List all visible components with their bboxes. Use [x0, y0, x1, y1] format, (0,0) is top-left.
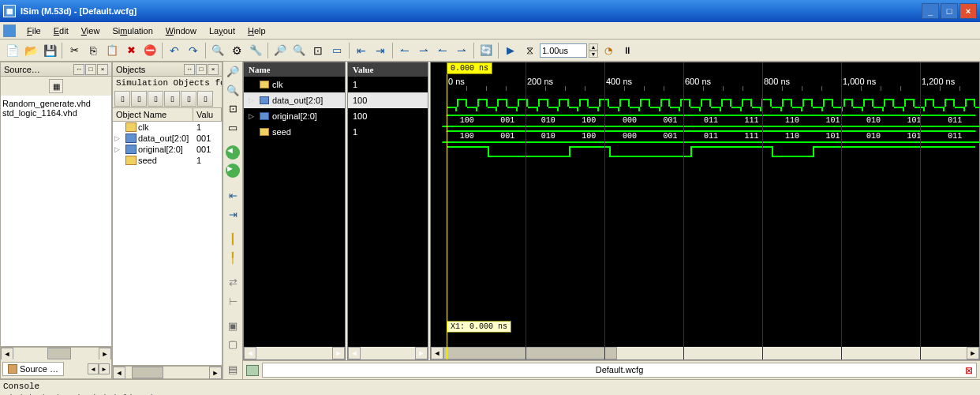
object-row[interactable]: ▷ original[2:0] 001 [113, 144, 222, 155]
signal-value-row[interactable]: 100 [348, 92, 428, 108]
val-scroll-track[interactable] [361, 347, 415, 359]
side-cursor-swap[interactable]: ⇄ [224, 274, 241, 292]
scroll-right[interactable]: ► [332, 347, 345, 359]
save-button[interactable] [41, 42, 58, 59]
spinner-down[interactable]: ▼ [589, 51, 598, 58]
close-button[interactable]: × [959, 3, 977, 19]
signal-value-row[interactable]: 100 [348, 108, 428, 124]
obj-tb-6[interactable]: ▯ [197, 91, 213, 107]
tools-button[interactable] [247, 42, 264, 59]
waveform-row-seed[interactable] [431, 145, 979, 160]
waveform-row-original[interactable]: 100001010100000001011111110101010101011 [431, 129, 979, 145]
time-ruler[interactable]: 0 ns200 ns400 ns600 ns800 ns1,000 ns1,20… [431, 77, 979, 97]
goto-start-button[interactable] [353, 42, 370, 59]
scrollbar-thumb[interactable] [47, 348, 71, 359]
doc-tab[interactable]: Default.wcfg ⊠ [262, 363, 977, 378]
wave-scroll-thumb[interactable] [443, 347, 617, 359]
object-row[interactable]: clk 1 [113, 122, 222, 133]
signal-name-row[interactable]: seed [244, 124, 345, 140]
tab-nav-left[interactable]: ◄ [88, 363, 99, 374]
scrollbar-track[interactable] [125, 367, 209, 378]
side-zoom-out[interactable]: 🔍 [224, 82, 241, 100]
step-button[interactable] [600, 42, 617, 59]
obj-tb-4[interactable]: ▯ [164, 91, 180, 107]
obj-tb-3[interactable]: ▯ [148, 91, 163, 107]
side-marker-del[interactable]: ╿ [224, 249, 241, 266]
scroll-right-button[interactable]: ► [99, 348, 111, 360]
wave-scroll-left[interactable]: ◄ [431, 347, 443, 359]
side-prev-edge[interactable]: ⇤ [224, 187, 241, 205]
copy-button[interactable] [84, 42, 102, 59]
cut-button[interactable] [65, 42, 83, 59]
side-goto-left[interactable]: ◄ [224, 144, 241, 161]
menu-edit[interactable]: Edit [47, 24, 75, 37]
next-edge-button[interactable] [453, 42, 470, 59]
signal-value-row[interactable]: 1 [348, 124, 428, 140]
scroll-left[interactable]: ◄ [244, 347, 256, 359]
doc-tab-close[interactable]: ⊠ [965, 365, 973, 376]
scroll-left-button[interactable]: ◄ [113, 367, 125, 379]
zoom-fit-button[interactable] [309, 42, 327, 59]
undo-button[interactable] [166, 42, 183, 59]
delete-button[interactable] [122, 42, 140, 59]
obj-col-value[interactable]: Valu [193, 108, 222, 121]
goto-end-button[interactable] [372, 42, 389, 59]
wave-scroll-right[interactable]: ► [967, 347, 979, 359]
paste-button[interactable] [103, 42, 121, 59]
obj-tb-5[interactable]: ▯ [181, 91, 196, 107]
run-button[interactable] [502, 42, 519, 59]
zoom-sel-button[interactable] [328, 42, 346, 59]
scrollbar-track[interactable] [13, 348, 99, 359]
side-next-edge[interactable]: ⇥ [224, 205, 241, 223]
refresh-button[interactable] [477, 42, 495, 59]
stop-button[interactable] [141, 42, 159, 59]
source-toolbar-button[interactable]: ▦ [49, 79, 63, 93]
open-button[interactable] [22, 42, 39, 59]
obj-col-name[interactable]: Object Name [113, 108, 193, 121]
menu-help[interactable]: Help [241, 24, 272, 37]
time-marker[interactable]: 0.000 ns [447, 62, 492, 74]
side-zoom-fit[interactable]: ⊡ [224, 100, 241, 118]
menu-layout[interactable]: Layout [203, 24, 241, 37]
source-file-item[interactable]: Random_generate.vhd [2, 99, 110, 108]
panel-maximize-button[interactable]: □ [196, 64, 207, 75]
waveform-row-clk[interactable] [431, 97, 979, 113]
scroll-right[interactable]: ► [415, 347, 428, 359]
signal-name-row[interactable]: ▷ data_out[2:0] [244, 92, 345, 108]
new-button[interactable] [3, 42, 21, 59]
run-for-button[interactable] [521, 42, 538, 59]
run-time-input[interactable] [540, 43, 587, 58]
menu-simulation[interactable]: Simulation [106, 24, 159, 37]
panel-close-button[interactable]: × [97, 64, 108, 75]
object-row[interactable]: seed 1 [113, 155, 222, 166]
side-goto-right[interactable]: ► [224, 163, 241, 180]
side-marker-add[interactable]: ┃ [224, 231, 241, 248]
scroll-left[interactable]: ◄ [348, 347, 361, 359]
menu-file[interactable]: File [21, 24, 47, 37]
find-button[interactable] [209, 42, 226, 59]
source-file-item[interactable]: std_logic_1164.vhd [2, 108, 110, 118]
menu-window[interactable]: Window [159, 24, 203, 37]
scrollbar-thumb[interactable] [132, 367, 163, 378]
waveform-cursor[interactable] [447, 62, 447, 359]
waveform-row-data_out[interactable]: 100001010100000001011111110101010101011 [431, 113, 979, 129]
menu-view[interactable]: View [75, 24, 107, 37]
obj-tb-2[interactable]: ▯ [131, 91, 147, 107]
panel-close-button[interactable]: × [208, 64, 219, 75]
panel-undock-button[interactable]: ↔ [73, 64, 84, 75]
spinner-up[interactable]: ▲ [589, 43, 598, 51]
signal-name-row[interactable]: clk [244, 77, 345, 92]
side-view-mode[interactable]: ▤ [224, 361, 241, 378]
panel-maximize-button[interactable]: □ [85, 64, 96, 75]
next-trans-button[interactable] [415, 42, 432, 59]
maximize-button[interactable]: □ [941, 3, 958, 19]
prev-trans-button[interactable] [396, 42, 413, 59]
signal-name-row[interactable]: ▷ original[2:0] [244, 108, 345, 124]
prev-edge-button[interactable] [434, 42, 451, 59]
zoom-out-button[interactable] [290, 42, 308, 59]
scroll-right-button[interactable]: ► [209, 367, 222, 379]
tab-nav-right[interactable]: ► [99, 363, 110, 374]
waveform-canvas[interactable]: 0.000 ns 0 ns200 ns400 ns600 ns800 ns1,0… [430, 62, 980, 360]
break-button[interactable] [619, 42, 636, 59]
signal-value-row[interactable]: 1 [348, 77, 428, 92]
